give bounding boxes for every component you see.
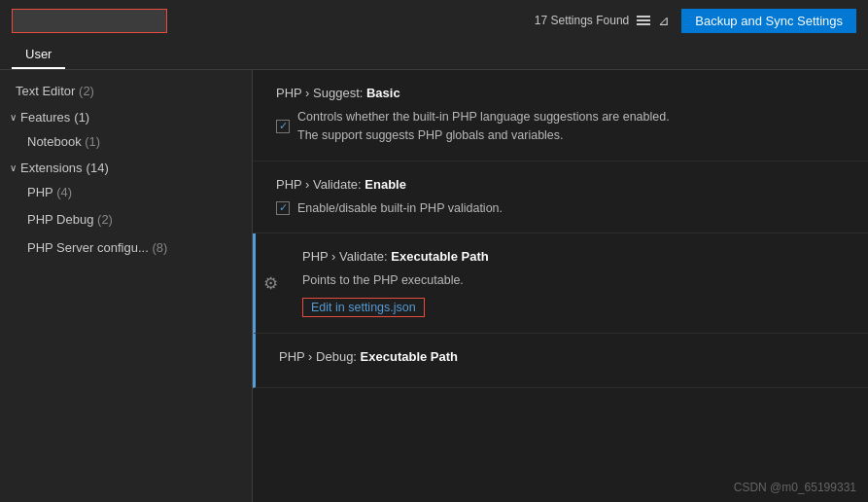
sidebar-item-php[interactable]: PHP (4) [0,179,252,207]
suggest-basic-checkbox[interactable] [276,120,290,133]
desc-line1: Points to the PHP executable. [302,271,845,290]
sidebar-label: Notebook [27,134,82,149]
sidebar-item-extensions[interactable]: ∨ Extensions (14) [0,157,252,179]
chevron-down-icon: ∨ [10,112,17,123]
setting-validate-exec: ⚙ PHP › Validate: Executable Path Points… [253,233,868,334]
sidebar-item-php-server[interactable]: PHP Server configu... (8) [0,234,252,263]
sidebar-item-text-editor[interactable]: Text Editor (2) [0,78,252,106]
sidebar-count: (1) [74,110,89,125]
filter-icon[interactable]: ⊿ [658,13,670,28]
sidebar-label: Text Editor [16,84,75,98]
setting-validate-enable: PHP › Validate: Enable Enable/disable bu… [253,161,868,234]
layout-icon[interactable] [637,16,650,25]
top-bar: php 17 Settings Found ⊿ Backup and Sync … [0,0,868,41]
top-bar-right: 17 Settings Found ⊿ Backup and Sync Sett… [535,9,856,33]
setting-suggest-basic: PHP › Suggest: Basic Controls whether th… [253,70,868,161]
edit-in-settings-link[interactable]: Edit in settings.json [302,298,425,317]
setting-title: PHP › Suggest: Basic [276,86,845,100]
setting-description: Controls whether the built-in PHP langua… [297,108,670,145]
watermark: CSDN @m0_65199331 [734,481,856,494]
chevron-down-icon: ∨ [10,162,17,173]
sidebar-item-php-debug[interactable]: PHP Debug (2) [0,206,252,234]
sidebar-item-features[interactable]: ∨ Features (1) [0,106,252,128]
sidebar-label: Features [20,110,70,125]
sidebar: Text Editor (2) ∨ Features (1) Notebook … [0,70,253,502]
settings-count: 17 Settings Found [535,14,629,27]
validate-enable-checkbox[interactable] [276,201,290,215]
setting-title: PHP › Validate: Enable [276,177,845,192]
sidebar-count: (2) [79,84,94,98]
sidebar-label: PHP Server configu... [27,240,149,255]
sidebar-count: (8) [152,240,167,255]
sidebar-item-notebook[interactable]: Notebook (1) [0,128,252,157]
checkbox-row: Controls whether the built-in PHP langua… [276,108,845,145]
search-input[interactable]: php [12,9,167,33]
main-content: Text Editor (2) ∨ Features (1) Notebook … [0,70,868,502]
sidebar-count: (14) [87,161,109,175]
sidebar-label: PHP Debug [27,212,93,227]
edit-link-wrapper: Edit in settings.json [302,298,845,317]
desc-line1: Controls whether the built-in PHP langua… [297,108,670,126]
search-wrapper: php [12,9,167,33]
tab-user[interactable]: User [12,41,65,69]
setting-title: PHP › Debug: Executable Path [279,349,845,364]
setting-debug-exec: PHP › Debug: Executable Path [253,334,868,388]
sidebar-label: Extensions [20,161,83,175]
gear-icon[interactable]: ⚙ [263,273,278,294]
checkbox-row: Enable/disable built-in PHP validation. [276,199,845,218]
sidebar-count: (4) [56,185,72,199]
backup-sync-button[interactable]: Backup and Sync Settings [681,9,856,33]
desc-line2: The support suggests PHP globals and var… [297,126,670,145]
settings-found-row: 17 Settings Found ⊿ [535,13,670,28]
content-area: PHP › Suggest: Basic Controls whether th… [253,70,868,502]
sidebar-label: PHP [27,185,53,199]
sidebar-count: (1) [85,134,100,149]
setting-title: PHP › Validate: Executable Path [302,249,845,264]
sidebar-count: (2) [97,212,113,227]
tabs-bar: User [0,41,868,70]
desc-line1: Enable/disable built-in PHP validation. [297,199,503,218]
